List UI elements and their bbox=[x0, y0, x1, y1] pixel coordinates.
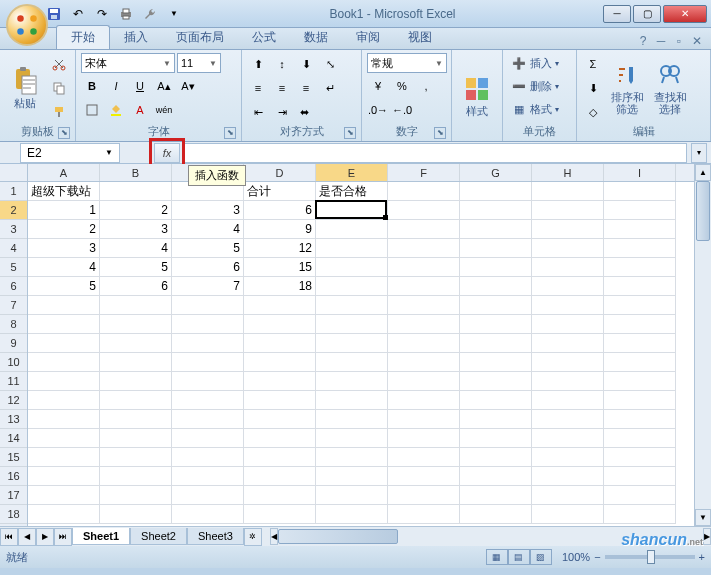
phonetic-button[interactable]: wén bbox=[153, 99, 175, 121]
column-header-I[interactable]: I bbox=[604, 164, 676, 181]
vscroll-thumb[interactable] bbox=[696, 181, 710, 241]
cell[interactable] bbox=[532, 410, 604, 429]
cell[interactable] bbox=[244, 391, 316, 410]
tab-home[interactable]: 开始 bbox=[56, 25, 110, 49]
cell[interactable]: 合计 bbox=[244, 182, 316, 201]
view-page-layout-button[interactable]: ▤ bbox=[508, 549, 530, 565]
cell[interactable] bbox=[100, 391, 172, 410]
cell[interactable] bbox=[604, 201, 676, 220]
cell[interactable] bbox=[28, 391, 100, 410]
cell[interactable] bbox=[100, 372, 172, 391]
cell[interactable] bbox=[460, 296, 532, 315]
cell[interactable] bbox=[460, 353, 532, 372]
row-header-5[interactable]: 5 bbox=[0, 258, 27, 277]
percent-button[interactable]: % bbox=[391, 75, 413, 97]
cell[interactable] bbox=[316, 258, 388, 277]
column-header-G[interactable]: G bbox=[460, 164, 532, 181]
hscroll-thumb[interactable] bbox=[278, 529, 398, 544]
maximize-button[interactable]: ▢ bbox=[633, 5, 661, 23]
cell[interactable] bbox=[388, 296, 460, 315]
cell[interactable] bbox=[100, 486, 172, 505]
alignment-dialog-launcher[interactable]: ⬊ bbox=[344, 127, 356, 139]
align-middle-button[interactable]: ↕ bbox=[271, 53, 293, 75]
cell[interactable] bbox=[172, 296, 244, 315]
zoom-in-button[interactable]: + bbox=[699, 551, 705, 563]
cell[interactable] bbox=[460, 182, 532, 201]
row-header-13[interactable]: 13 bbox=[0, 410, 27, 429]
cell[interactable]: 5 bbox=[28, 277, 100, 296]
cell[interactable] bbox=[460, 220, 532, 239]
cell[interactable] bbox=[604, 410, 676, 429]
tab-review[interactable]: 审阅 bbox=[342, 26, 394, 49]
cells-area[interactable]: 超级下载站合计是否合格12362349345124561556718 bbox=[28, 182, 694, 524]
cell[interactable] bbox=[244, 410, 316, 429]
cell[interactable] bbox=[244, 296, 316, 315]
decrease-decimal-button[interactable]: ←.0 bbox=[391, 99, 413, 121]
merge-button[interactable]: ⬌ bbox=[295, 101, 314, 123]
italic-button[interactable]: I bbox=[105, 75, 127, 97]
sort-filter-button[interactable]: 排序和 筛选 bbox=[607, 53, 647, 123]
accounting-button[interactable]: ¥ bbox=[367, 75, 389, 97]
row-header-17[interactable]: 17 bbox=[0, 486, 27, 505]
qat-customize-button[interactable]: ▼ bbox=[164, 4, 184, 24]
cell[interactable] bbox=[388, 429, 460, 448]
cell[interactable] bbox=[100, 410, 172, 429]
cell[interactable]: 9 bbox=[244, 220, 316, 239]
delete-cells-button[interactable]: ➖删除▾ bbox=[508, 76, 571, 96]
sheet-insert-button[interactable]: ✲ bbox=[244, 528, 262, 546]
cell[interactable] bbox=[388, 201, 460, 220]
qat-undo-button[interactable]: ↶ bbox=[68, 4, 88, 24]
cell[interactable] bbox=[532, 429, 604, 448]
sheet-tab-2[interactable]: Sheet2 bbox=[130, 528, 187, 545]
font-name-combo[interactable]: 宋体▼ bbox=[81, 53, 175, 73]
bold-button[interactable]: B bbox=[81, 75, 103, 97]
cell[interactable] bbox=[172, 315, 244, 334]
workbook-close-button[interactable]: ✕ bbox=[689, 33, 705, 49]
cell[interactable] bbox=[316, 429, 388, 448]
formula-input[interactable] bbox=[184, 143, 687, 163]
close-button[interactable]: ✕ bbox=[663, 5, 707, 23]
cell[interactable] bbox=[172, 391, 244, 410]
cell[interactable] bbox=[532, 315, 604, 334]
scroll-left-button[interactable]: ◀ bbox=[270, 528, 278, 545]
cell[interactable] bbox=[244, 353, 316, 372]
tab-data[interactable]: 数据 bbox=[290, 26, 342, 49]
font-color-button[interactable]: A bbox=[129, 99, 151, 121]
cell[interactable] bbox=[388, 391, 460, 410]
tab-view[interactable]: 视图 bbox=[394, 26, 446, 49]
cell[interactable] bbox=[460, 448, 532, 467]
column-header-E[interactable]: E bbox=[316, 164, 388, 181]
shrink-font-button[interactable]: A▾ bbox=[177, 75, 199, 97]
cell[interactable] bbox=[316, 467, 388, 486]
cell[interactable] bbox=[244, 334, 316, 353]
sheet-nav-first[interactable]: ⏮ bbox=[0, 528, 18, 546]
wrap-text-button[interactable]: ↵ bbox=[319, 77, 341, 99]
cell[interactable] bbox=[460, 486, 532, 505]
cell[interactable] bbox=[172, 372, 244, 391]
cell[interactable]: 7 bbox=[172, 277, 244, 296]
cell[interactable] bbox=[604, 334, 676, 353]
cell[interactable] bbox=[172, 448, 244, 467]
cell[interactable] bbox=[388, 182, 460, 201]
cell[interactable]: 3 bbox=[28, 239, 100, 258]
cell[interactable] bbox=[604, 429, 676, 448]
row-header-10[interactable]: 10 bbox=[0, 353, 27, 372]
cell[interactable] bbox=[316, 220, 388, 239]
cell[interactable] bbox=[316, 239, 388, 258]
cell[interactable]: 3 bbox=[172, 201, 244, 220]
row-header-16[interactable]: 16 bbox=[0, 467, 27, 486]
cell[interactable] bbox=[388, 258, 460, 277]
cell[interactable] bbox=[532, 353, 604, 372]
cell[interactable] bbox=[604, 220, 676, 239]
column-header-D[interactable]: D bbox=[244, 164, 316, 181]
cell[interactable] bbox=[604, 448, 676, 467]
paste-button[interactable]: 粘贴 bbox=[5, 53, 45, 123]
row-header-15[interactable]: 15 bbox=[0, 448, 27, 467]
align-left-button[interactable]: ≡ bbox=[247, 77, 269, 99]
cell[interactable] bbox=[388, 372, 460, 391]
find-select-button[interactable]: 查找和 选择 bbox=[650, 53, 690, 123]
cell[interactable] bbox=[460, 429, 532, 448]
cell[interactable] bbox=[316, 505, 388, 524]
cell[interactable] bbox=[388, 448, 460, 467]
row-header-8[interactable]: 8 bbox=[0, 315, 27, 334]
